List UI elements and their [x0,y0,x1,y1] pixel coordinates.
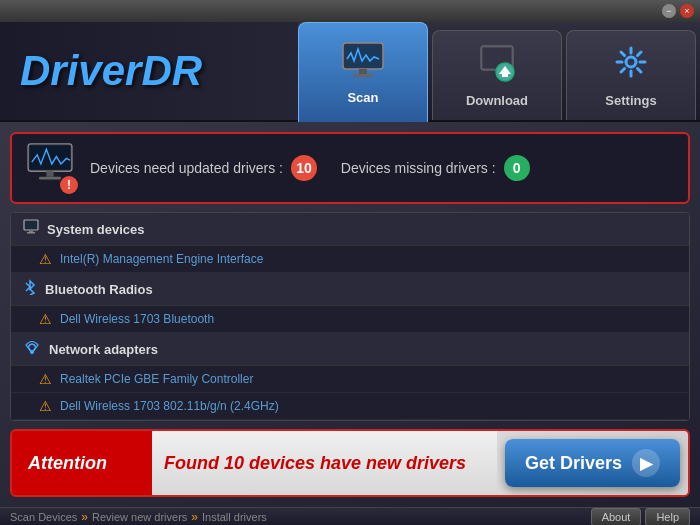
warning-icon: ⚠ [39,311,52,327]
logo-area: DriverDR [0,22,298,120]
breadcrumb-arrow-1: » [81,510,88,524]
svg-rect-3 [353,74,373,77]
breadcrumb-arrow-2: » [191,510,198,524]
tab-scan[interactable]: Scan [298,22,428,122]
alert-badge: ! [60,176,78,194]
help-button[interactable]: Help [645,508,690,525]
scan-tab-label: Scan [347,90,378,105]
tab-settings[interactable]: Settings [566,30,696,120]
minimize-button[interactable]: − [662,4,676,18]
get-drivers-label: Get Drivers [525,453,622,474]
warning-icon: ⚠ [39,371,52,387]
svg-line-14 [621,52,625,56]
system-devices-label: System devices [47,222,145,237]
download-tab-icon [477,44,517,89]
close-button[interactable]: × [680,4,694,18]
breadcrumb: Scan Devices » Review new drivers » Inst… [10,510,267,524]
bluetooth-icon [23,279,37,299]
download-tab-label: Download [466,93,528,108]
svg-rect-25 [27,232,35,234]
arrow-circle-icon: ▶ [632,449,660,477]
action-message: Found 10 devices have new drivers [152,431,497,495]
svg-point-28 [30,350,34,354]
update-count-badge: 10 [291,155,317,181]
need-update-label: Devices need updated drivers : [90,160,283,176]
breadcrumb-step-1[interactable]: Scan Devices [10,511,77,523]
category-network: Network adapters [11,333,689,366]
svg-rect-24 [29,230,33,232]
svg-rect-23 [25,221,37,229]
list-item[interactable]: ⚠ Realtek PCIe GBE Family Controller [11,366,689,393]
app-container: DriverDR Scan [0,22,700,525]
svg-rect-1 [345,45,381,67]
device-list-container: System devices ⚠ Intel(R) Management Eng… [10,212,690,421]
breadcrumb-step-2[interactable]: Review new drivers [92,511,187,523]
list-item[interactable]: ⚠ Dell Wireless 1703 Bluetooth [11,306,689,333]
svg-rect-21 [39,177,61,180]
device-name: Dell Wireless 1703 802.11b/g/n (2.4GHz) [60,399,279,413]
attention-label: Attention [12,431,152,495]
list-item[interactable]: ⚠ Dell Wireless 1703 802.11b/g/n (2.4GHz… [11,393,689,420]
action-bar: Attention Found 10 devices have new driv… [10,429,690,497]
content-area: ! Devices need updated drivers : 10 Devi… [0,122,700,507]
device-name: Dell Wireless 1703 Bluetooth [60,312,214,326]
scan-tab-icon [341,41,385,86]
status-bar: ! Devices need updated drivers : 10 Devi… [10,132,690,204]
device-name: Intel(R) Management Engine Interface [60,252,263,266]
bluetooth-label: Bluetooth Radios [45,282,153,297]
tab-download[interactable]: Download [432,30,562,120]
missing-label: Devices missing drivers : [341,160,496,176]
about-button[interactable]: About [591,508,642,525]
category-system-devices: System devices [11,213,689,246]
svg-line-16 [638,52,642,56]
warning-icon: ⚠ [39,251,52,267]
svg-rect-20 [46,171,53,176]
category-bluetooth: Bluetooth Radios [11,273,689,306]
system-devices-icon [23,219,39,239]
title-bar: − × [0,0,700,22]
svg-line-15 [638,68,642,72]
missing-count-badge: 0 [504,155,530,181]
status-text: Devices need updated drivers : 10 Device… [90,155,530,181]
breadcrumb-step-3[interactable]: Install drivers [202,511,267,523]
settings-tab-icon [611,44,651,89]
network-icon [23,339,41,359]
device-list[interactable]: System devices ⚠ Intel(R) Management Eng… [11,213,689,420]
app-logo: DriverDR [20,47,202,95]
svg-line-17 [621,68,625,72]
list-item[interactable]: ⚠ Intel(R) Management Engine Interface [11,246,689,273]
warning-icon: ⚠ [39,398,52,414]
device-name: Realtek PCIe GBE Family Controller [60,372,253,386]
network-label: Network adapters [49,342,158,357]
bottom-bar: Scan Devices » Review new drivers » Inst… [0,507,700,525]
header: DriverDR Scan [0,22,700,122]
logo-prefix: Driver [20,47,141,94]
nav-tabs: Scan Download [298,22,700,120]
status-icon-area: ! [26,142,78,194]
svg-point-9 [626,57,636,67]
get-drivers-button[interactable]: Get Drivers ▶ [505,439,680,487]
svg-rect-8 [502,74,508,77]
logo-suffix: DR [141,47,202,94]
bottom-right-buttons: About Help [591,508,690,525]
settings-tab-label: Settings [605,93,656,108]
svg-rect-2 [359,69,367,74]
